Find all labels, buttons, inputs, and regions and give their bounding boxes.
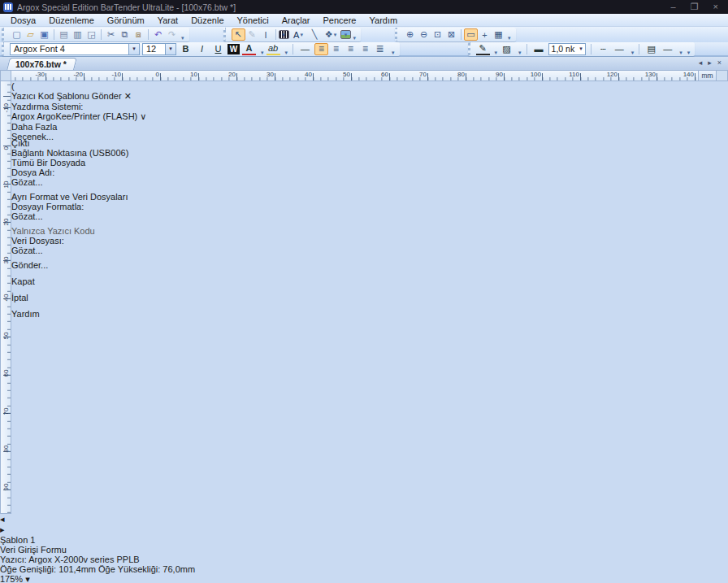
paste-icon[interactable]: ⧈	[132, 28, 145, 41]
chevron-down-icon[interactable]: ▾	[518, 50, 522, 56]
print-preview-icon[interactable]: ◲	[84, 28, 98, 41]
tab-scroll-left-icon[interactable]: ◂	[699, 59, 703, 67]
font-color-button[interactable]: A	[242, 43, 256, 55]
tab-sablon-1[interactable]: Şablon 1	[0, 535, 728, 545]
printer-code-only-checkbox[interactable]: Yalnızca Yazıcı Kodu	[11, 226, 717, 236]
scroll-right-icon[interactable]: ▸	[0, 524, 5, 534]
italic-button[interactable]: I	[195, 43, 209, 55]
menu-item-dosya[interactable]: Dosya	[5, 15, 41, 26]
menu-item-dzenle[interactable]: Düzenle	[185, 15, 229, 26]
print-system-combo[interactable]: Argox ArgoKee/Printer (FLASH) ∨	[11, 111, 188, 122]
underline-button[interactable]: U	[211, 43, 225, 55]
chevron-down-icon[interactable]: ▾	[679, 50, 682, 56]
show-grid-icon[interactable]: ▦	[492, 28, 505, 41]
align-center-icon[interactable]: ≡	[329, 43, 343, 55]
print-icon[interactable]: ▥	[71, 28, 84, 41]
show-boundaries-icon[interactable]: ▭	[464, 28, 478, 41]
inverse-video-button[interactable]: W	[228, 44, 240, 54]
chevron-down-icon[interactable]: ▾	[128, 44, 139, 54]
line-weight-value: 1,0 nk	[552, 44, 575, 54]
save-icon[interactable]: ▣	[37, 28, 51, 41]
ruler-label: -10	[111, 71, 121, 78]
chevron-down-icon[interactable]: ▾	[579, 46, 583, 52]
barcode-tool-icon[interactable]	[279, 30, 289, 39]
radio-port[interactable]: Bağlantı Noktasına (USB006)	[11, 148, 717, 158]
new-document-icon[interactable]: ▢	[10, 28, 24, 41]
line-style-button[interactable]: —	[613, 43, 626, 55]
help-button[interactable]: Yardım	[11, 309, 52, 325]
design-canvas[interactable]: ( Yazıcı Kod Şablonu Gönder ✕ Yazdırma S…	[11, 81, 717, 514]
align-justify-icon[interactable]: ≡	[358, 43, 372, 55]
menu-item-pencere[interactable]: Pencere	[318, 15, 362, 26]
pen-color-button[interactable]: ✎	[476, 43, 490, 55]
select-pointer-icon[interactable]: ↖	[232, 28, 245, 41]
close-dialog-button[interactable]: Kapat	[11, 276, 50, 293]
document-tab[interactable]: 100x76.btw *	[6, 58, 77, 70]
align-left-icon[interactable]: ≡	[314, 43, 328, 55]
scroll-left-icon[interactable]: ◂	[0, 514, 5, 524]
toolbar-overflow-icon[interactable]: ▾	[181, 35, 184, 41]
send-button[interactable]: Gönder...	[11, 260, 58, 276]
ruler-label: 80	[2, 443, 10, 453]
line-spacing-icon[interactable]: ≣	[373, 43, 387, 55]
redo-icon[interactable]: ↷	[165, 28, 179, 41]
toolbar-overflow-icon[interactable]: ▾	[687, 50, 691, 56]
tab-veri-girisi-formu[interactable]: Veri Girişi Formu	[0, 545, 728, 555]
zoom-in-icon[interactable]: ⊕	[403, 28, 417, 41]
toolbar-overflow-icon[interactable]: ▾	[353, 35, 357, 41]
open-file-icon[interactable]: ▱	[24, 28, 37, 41]
copy-icon[interactable]: ⧉	[118, 28, 132, 41]
format-painter-icon[interactable]: ✎	[245, 28, 259, 41]
horizontal-scrollbar[interactable]: ◂ ▸	[0, 514, 728, 535]
border-line-button[interactable]: —	[661, 43, 674, 55]
cancel-button[interactable]: İptal	[11, 293, 52, 309]
dialog-close-icon[interactable]: ✕	[124, 91, 132, 101]
image-tool-icon[interactable]	[340, 30, 351, 39]
chevron-down-icon[interactable]: ▾	[25, 574, 30, 583]
menu-item-grnm[interactable]: Görünüm	[102, 15, 150, 26]
font-name-combo[interactable]: Argox Font 4 ▾	[10, 43, 140, 55]
menu-item-dzenleme[interactable]: Düzenleme	[43, 15, 100, 26]
menu-item-aralar[interactable]: Araçlar	[276, 15, 316, 26]
tab-close-icon[interactable]: ×	[717, 59, 722, 67]
zoom-out-icon[interactable]: ⊖	[417, 28, 431, 41]
restore-button[interactable]: ❐	[691, 2, 699, 11]
text-tool-icon[interactable]: A	[289, 28, 308, 41]
line-weight-combo[interactable]: 1,0 nk ▾	[548, 43, 586, 55]
chevron-down-icon[interactable]: ∨	[140, 111, 146, 121]
more-options-button[interactable]: Daha Fazla Seçenek...	[11, 122, 83, 138]
toolbar-separator	[639, 44, 639, 54]
tab-scroll-right-icon[interactable]: ▸	[708, 59, 712, 67]
chevron-down-icon[interactable]: ▾	[261, 50, 264, 56]
zoom-fit-icon[interactable]: ⊠	[444, 28, 458, 41]
page-setup-icon[interactable]: ▤	[57, 28, 71, 41]
cut-icon[interactable]: ✂	[104, 28, 118, 41]
chevron-down-icon[interactable]: ▾	[165, 44, 176, 54]
toolbar-overflow-icon[interactable]: ▾	[508, 35, 511, 41]
shape-tool-icon[interactable]: ❖	[322, 28, 340, 41]
radio-separate-files[interactable]: Ayrı Format ve Veri Dosyaları	[11, 192, 717, 202]
registration-marks-icon[interactable]: +	[478, 28, 492, 41]
highlight-color-button[interactable]: ab	[266, 43, 280, 55]
chevron-down-icon[interactable]: ▾	[285, 50, 288, 56]
no-line-button[interactable]: —	[298, 43, 312, 55]
bold-button[interactable]: B	[179, 43, 193, 55]
zoom-region-icon[interactable]: ⊡	[431, 28, 444, 41]
status-zoom-level[interactable]: 175%	[0, 574, 23, 583]
menu-item-yarat[interactable]: Yarat	[152, 15, 184, 26]
text-cursor-icon[interactable]: I	[259, 28, 273, 41]
font-size-combo[interactable]: 12 ▾	[142, 43, 176, 55]
chevron-down-icon[interactable]: ▾	[631, 50, 635, 56]
toolbar-row-1: ▢▱▣▤▥◲✂⧉⧈↶↷▾ ↖✎IA╲❖▾ ⊕⊖⊡⊠▭+▦▾	[0, 27, 728, 42]
align-right-icon[interactable]: ≡	[344, 43, 358, 55]
radio-single-file[interactable]: Tümü Bir Dosyada	[11, 158, 717, 168]
line-tool-icon[interactable]: ╲	[308, 28, 322, 41]
toolbar-overflow-icon[interactable]: ▾	[392, 50, 395, 56]
chevron-down-icon[interactable]: ▾	[495, 50, 498, 56]
undo-icon[interactable]: ↶	[151, 28, 165, 41]
close-button[interactable]: ×	[713, 2, 718, 11]
minimize-button[interactable]: –	[671, 2, 676, 11]
fill-color-button[interactable]: ▨	[500, 43, 514, 55]
menu-item-yardm[interactable]: Yardım	[364, 15, 404, 26]
menu-item-ynetici[interactable]: Yönetici	[232, 15, 275, 26]
